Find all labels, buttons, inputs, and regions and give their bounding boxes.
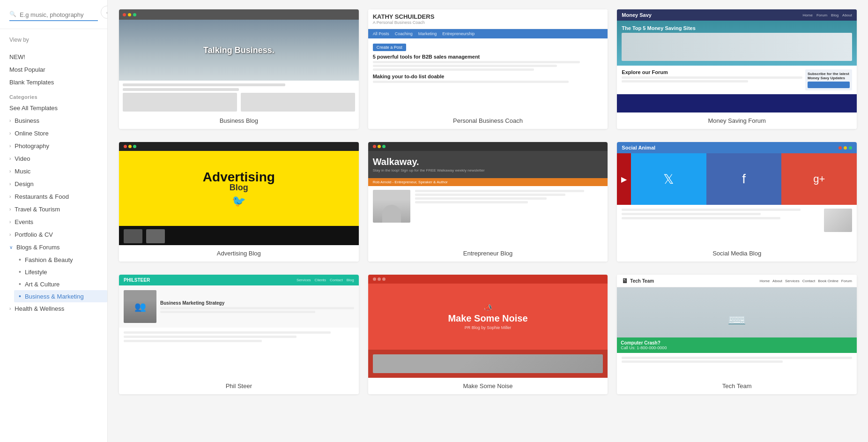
sidebar: ‹ View by NEW! Most Popular Blank Templa… [0, 0, 108, 442]
template-label: Advertising Blog [119, 245, 359, 262]
template-preview: Talking Business. [119, 9, 359, 112]
template-card[interactable]: Money Savy HomeForumBlogAbout The Top 5 … [617, 9, 857, 129]
subcategory-art-culture[interactable]: Art & Culture [14, 278, 107, 290]
category-label: Blogs & Forums [16, 244, 59, 251]
preview-techteam: 🖥 Tech Team HomeAboutServicesContactBook… [617, 275, 857, 378]
category-label: Online Store [15, 130, 48, 137]
template-preview: 📣 Make Some Noise PR Blog by Sophie Mill… [368, 275, 608, 378]
template-card[interactable]: 🖥 Tech Team HomeAboutServicesContactBook… [617, 275, 857, 394]
template-label: Phil Steer [119, 378, 359, 394]
sidebar-item-music[interactable]: › Music [0, 165, 107, 178]
see-all-templates[interactable]: See All Templates [0, 102, 107, 114]
category-label: Video [15, 155, 30, 162]
template-label: Social Media Blog [617, 245, 857, 262]
blogs-forums-subcategories: Fashion & Beauty Lifestyle Art & Culture… [0, 254, 107, 302]
category-label: Business [15, 117, 39, 124]
preview-noise: 📣 Make Some Noise PR Blog by Sophie Mill… [368, 275, 608, 378]
sidebar-item-business[interactable]: › Business [0, 114, 107, 127]
template-preview: PHILSTEER ServicesClientsContactBlog 👥 B… [119, 275, 359, 378]
preview-entblog: Walkaway. Stay in the loop! Sign up for … [368, 142, 608, 245]
sidebar-item-portfolio[interactable]: › Portfolio & CV [0, 228, 107, 241]
preview-business-blog: Talking Business. [119, 9, 359, 112]
sidebar-item-online-store[interactable]: › Online Store [0, 127, 107, 140]
template-preview: Advertising Blog 🐦 [119, 142, 359, 245]
sidebar-item-restaurants[interactable]: › Restaurants & Food [0, 190, 107, 203]
template-label: Business Blog [119, 112, 359, 129]
nav-item-most-popular[interactable]: Most Popular [0, 63, 107, 76]
category-label: Events [15, 218, 33, 225]
category-label: Portfolio & CV [15, 231, 53, 238]
template-label: Personal Business Coach [368, 112, 608, 129]
arrow-icon: › [9, 169, 11, 174]
sidebar-item-blogs-forums[interactable]: ∨ Blogs & Forums [0, 241, 107, 254]
template-card[interactable]: Advertising Blog 🐦 Advertising Blog [119, 142, 359, 262]
templates-grid: Talking Business. Business Blog [119, 9, 857, 394]
template-card[interactable]: Talking Business. Business Blog [119, 9, 359, 129]
category-label: Health & Wellness [15, 305, 64, 312]
template-preview: KATHY SCHUILDERS A Personal Business Coa… [368, 9, 608, 112]
arrow-icon: › [9, 181, 11, 187]
preview-adv: Advertising Blog 🐦 [119, 142, 359, 245]
search-icon-wrap [9, 9, 98, 21]
arrow-icon: › [9, 118, 11, 123]
template-label: Money Saving Forum [617, 112, 857, 129]
template-card[interactable]: Walkaway. Stay in the loop! Sign up for … [368, 142, 608, 262]
template-card[interactable]: Social Animal ▶ 𝕏 f g+ [617, 142, 857, 262]
arrow-icon: › [9, 306, 11, 311]
template-card[interactable]: KATHY SCHUILDERS A Personal Business Coa… [368, 9, 608, 129]
arrow-icon: › [9, 156, 11, 161]
view-by-label: View by [9, 37, 98, 43]
template-label: Tech Team [617, 378, 857, 394]
category-label: Travel & Tourism [15, 206, 60, 213]
view-by-section: View by [0, 29, 107, 51]
template-preview: Money Savy HomeForumBlogAbout The Top 5 … [617, 9, 857, 112]
category-label: Music [15, 168, 30, 175]
preview-pbc: KATHY SCHUILDERS A Personal Business Coa… [368, 9, 608, 112]
arrow-icon: › [9, 143, 11, 149]
sidebar-item-events[interactable]: › Events [0, 216, 107, 228]
arrow-icon: › [9, 194, 11, 199]
preview-social: Social Animal ▶ 𝕏 f g+ [617, 142, 857, 245]
search-section [0, 9, 107, 29]
category-label: Design [15, 180, 33, 187]
arrow-icon: › [9, 207, 11, 212]
template-card[interactable]: PHILSTEER ServicesClientsContactBlog 👥 B… [119, 275, 359, 394]
subcategory-fashion-beauty[interactable]: Fashion & Beauty [14, 254, 107, 266]
template-preview: 🖥 Tech Team HomeAboutServicesContactBook… [617, 275, 857, 378]
category-label: Restaurants & Food [15, 193, 69, 200]
arrow-icon: › [9, 131, 11, 136]
nav-item-blank-templates[interactable]: Blank Templates [0, 76, 107, 89]
search-input[interactable] [9, 9, 98, 21]
category-label: Photography [15, 142, 49, 150]
sidebar-item-video[interactable]: › Video [0, 152, 107, 165]
arrow-icon: › [9, 232, 11, 237]
template-preview: Walkaway. Stay in the loop! Sign up for … [368, 142, 608, 245]
template-card[interactable]: 📣 Make Some Noise PR Blog by Sophie Mill… [368, 275, 608, 394]
template-label: Entrepreneur Blog [368, 245, 608, 262]
main-content: Talking Business. Business Blog [108, 0, 868, 442]
preview-philsteer: PHILSTEER ServicesClientsContactBlog 👥 B… [119, 275, 359, 378]
subcategory-business-marketing[interactable]: Business & Marketing [14, 290, 107, 302]
arrow-icon: › [9, 219, 11, 225]
categories-label: Categories [0, 89, 107, 102]
sidebar-item-travel[interactable]: › Travel & Tourism [0, 203, 107, 216]
sidebar-item-health-wellness[interactable]: › Health & Wellness [0, 302, 107, 315]
preview-msf: Money Savy HomeForumBlogAbout The Top 5 … [617, 9, 857, 112]
arrow-down-icon: ∨ [9, 245, 13, 250]
nav-item-new[interactable]: NEW! [0, 51, 107, 63]
sidebar-item-photography[interactable]: › Photography [0, 140, 107, 152]
template-label: Make Some Noise [368, 378, 608, 394]
template-preview: Social Animal ▶ 𝕏 f g+ [617, 142, 857, 245]
subcategory-lifestyle[interactable]: Lifestyle [14, 266, 107, 278]
sidebar-item-design[interactable]: › Design [0, 178, 107, 190]
